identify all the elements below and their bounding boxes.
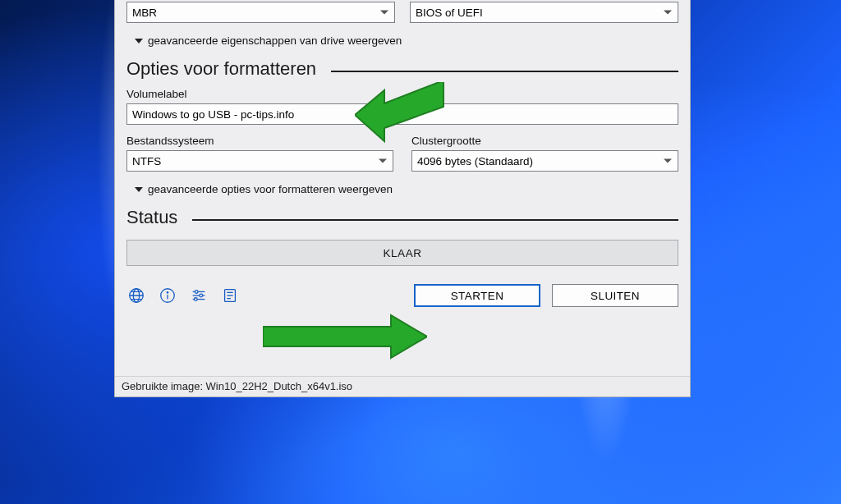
cluster-size-label: Clustergrootte bbox=[411, 135, 678, 147]
format-section-title: Opties voor formatteren bbox=[126, 58, 316, 80]
cluster-size-select[interactable]: 4096 bytes (Standaard) bbox=[411, 150, 678, 172]
svg-point-4 bbox=[167, 292, 168, 293]
top-dropdown-row: MBR BIOS of UEFI bbox=[126, 2, 678, 23]
start-button[interactable]: STARTEN bbox=[414, 284, 540, 307]
section-rule bbox=[192, 219, 678, 221]
svg-point-8 bbox=[195, 291, 198, 294]
advanced-drive-label: geavanceerde eigenschappen van drive wee… bbox=[148, 34, 402, 47]
chevron-down-icon bbox=[135, 187, 143, 192]
section-rule bbox=[331, 71, 678, 72]
status-bar: KLAAR bbox=[126, 240, 678, 266]
volume-label-input[interactable] bbox=[126, 103, 678, 125]
advanced-format-expander[interactable]: geavanceerde opties voor formatteren wee… bbox=[135, 183, 678, 195]
status-section-header: Status bbox=[126, 207, 678, 228]
filesystem-label: Bestandssysteem bbox=[126, 135, 393, 147]
log-icon[interactable] bbox=[220, 286, 240, 305]
advanced-drive-expander[interactable]: geavanceerde eigenschappen van drive wee… bbox=[135, 34, 678, 47]
format-section-header: Opties voor formatteren bbox=[126, 58, 678, 80]
volume-label-label: Volumelabel bbox=[126, 88, 678, 100]
rufus-window: MBR BIOS of UEFI geavanceerde eigenschap… bbox=[114, 0, 691, 397]
window-statusbar: Gebruikte image: Win10_22H2_Dutch_x64v1.… bbox=[115, 376, 690, 396]
filesystem-select[interactable]: NTFS bbox=[126, 150, 393, 172]
settings-sliders-icon[interactable] bbox=[189, 286, 209, 305]
advanced-format-label: geavanceerde opties voor formatteren wee… bbox=[148, 183, 393, 195]
target-system-select[interactable]: BIOS of UEFI bbox=[410, 2, 678, 23]
image-used-text: Gebruikte image: Win10_22H2_Dutch_x64v1.… bbox=[122, 380, 352, 392]
status-section-title: Status bbox=[126, 207, 177, 228]
close-button[interactable]: SLUITEN bbox=[552, 284, 678, 307]
svg-point-9 bbox=[200, 294, 203, 297]
chevron-down-icon bbox=[135, 39, 143, 44]
info-icon[interactable] bbox=[158, 286, 177, 305]
status-text: KLAAR bbox=[384, 247, 422, 259]
globe-icon[interactable] bbox=[126, 286, 146, 305]
svg-point-10 bbox=[195, 298, 198, 301]
partition-scheme-select[interactable]: MBR bbox=[126, 2, 395, 23]
footer-row: STARTEN SLUITEN bbox=[126, 284, 678, 307]
